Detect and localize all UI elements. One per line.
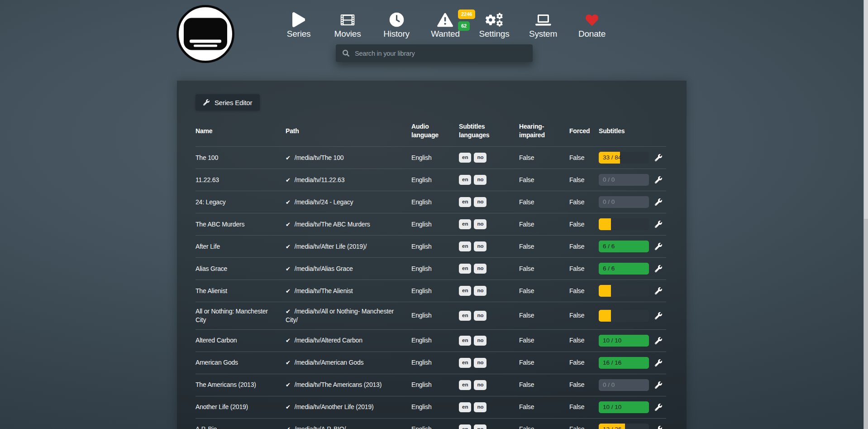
edit-series-button[interactable]: [655, 404, 662, 411]
hearing-impaired-value: False: [519, 198, 569, 207]
series-path: ✔/media/tv/Alias Grace: [286, 265, 411, 273]
series-row: The ABC Murders✔/media/tv/The ABC Murder…: [196, 213, 666, 235]
forced-value: False: [569, 176, 599, 184]
series-name-link[interactable]: 24: Legacy: [196, 198, 286, 207]
gears-icon: [470, 7, 519, 27]
actions-cell: [655, 404, 666, 411]
series-path-text: /media/tv/After Life (2019)/: [295, 243, 367, 250]
series-name-link[interactable]: The Alienist: [196, 287, 286, 295]
nav-item-movies[interactable]: Movies: [323, 7, 372, 39]
series-row: American Gods✔/media/tv/American GodsEng…: [196, 352, 666, 374]
series-name-link[interactable]: Altered Carbon: [196, 336, 286, 345]
nav-item-wanted[interactable]: Wanted224662: [421, 7, 470, 39]
scrollbar-thumb[interactable]: [864, 0, 868, 219]
language-badge: no: [474, 336, 486, 346]
forced-value: False: [569, 403, 599, 411]
language-badge: en: [459, 219, 471, 229]
series-path-text: /media/tv/11.22.63: [295, 176, 345, 183]
actions-cell: [655, 221, 666, 228]
nav-item-system[interactable]: System: [519, 7, 568, 39]
series-name-link[interactable]: After Life: [196, 242, 286, 251]
search-input[interactable]: [349, 44, 533, 62]
series-name-link[interactable]: The 100: [196, 154, 286, 162]
edit-series-button[interactable]: [655, 426, 662, 429]
edit-series-button[interactable]: [655, 287, 662, 294]
subtitles-progress-bar: 10 / 10: [599, 401, 649, 413]
series-path: ✔/media/tv/All or Nothing- Manchester Ci…: [286, 307, 411, 324]
edit-series-button[interactable]: [655, 198, 662, 206]
column-header-subtitles: Subtitles: [599, 127, 655, 135]
subtitles-progress-bar: 16 / 16: [599, 357, 649, 369]
series-row: Another Life (2019)✔/media/tv/Another Li…: [196, 396, 666, 418]
edit-series-button[interactable]: [655, 176, 662, 183]
language-badge: no: [474, 175, 486, 185]
logo-tv-shape: [184, 18, 227, 50]
subtitles-cell: 6 / 6: [599, 241, 655, 252]
series-path-text: /media/tv/All or Nothing- Manchester Cit…: [286, 308, 394, 323]
subtitles-cell: 0 / 0: [599, 379, 655, 391]
series-name-link[interactable]: All or Nothing: Manchester City: [196, 307, 286, 324]
column-header-hearing-impaired: Hearing-impaired: [519, 122, 569, 140]
edit-series-button[interactable]: [655, 337, 662, 344]
actions-cell: [655, 198, 666, 206]
edit-series-button[interactable]: [655, 221, 662, 228]
series-editor-button[interactable]: Series Editor: [196, 94, 260, 111]
subtitles-languages-cell: enno: [459, 197, 519, 207]
wrench-icon: [203, 99, 210, 106]
check-icon: ✔: [286, 221, 291, 228]
subtitles-progress-bar: 10 / 10: [599, 335, 649, 347]
nav-item-history[interactable]: History: [372, 7, 421, 39]
series-name-link[interactable]: Another Life (2019): [196, 403, 286, 411]
subtitles-cell: [599, 310, 655, 322]
check-icon: ✔: [286, 404, 291, 410]
audio-language-value: English: [411, 154, 459, 162]
series-row: A.P. Bio✔/media/tv/A.P. BIO/EnglishennoF…: [196, 418, 666, 429]
nav-item-series[interactable]: Series: [274, 7, 323, 39]
language-badge: no: [474, 424, 486, 429]
edit-series-button[interactable]: [655, 312, 662, 319]
series-path: ✔/media/tv/Altered Carbon: [286, 336, 411, 345]
series-name-link[interactable]: The Americans (2013): [196, 381, 286, 389]
audio-language-value: English: [411, 176, 459, 184]
actions-cell: [655, 243, 666, 250]
check-icon: ✔: [286, 381, 291, 388]
series-path: ✔/media/tv/The Americans (2013): [286, 381, 411, 389]
audio-language-value: English: [411, 358, 459, 367]
edit-series-button[interactable]: [655, 359, 662, 366]
edit-series-button[interactable]: [655, 243, 662, 250]
edit-series-button[interactable]: [655, 381, 662, 389]
series-row: Alias Grace✔/media/tv/Alias GraceEnglish…: [196, 257, 666, 280]
edit-series-button[interactable]: [655, 265, 662, 272]
subtitles-languages-cell: enno: [459, 380, 519, 390]
nav-item-donate[interactable]: Donate: [568, 7, 616, 39]
bazarr-logo[interactable]: [176, 5, 234, 63]
nav-item-label: Movies: [323, 29, 372, 39]
series-path-text: /media/tv/The Americans (2013): [295, 381, 382, 388]
language-badge: en: [459, 336, 471, 346]
hearing-impaired-value: False: [519, 220, 569, 229]
nav-item-label: Donate: [568, 29, 616, 39]
nav-item-label: Wanted: [421, 29, 470, 39]
main-navigation: SeriesMoviesHistoryWanted224662SettingsS…: [274, 7, 616, 39]
edit-series-button[interactable]: [655, 154, 662, 161]
series-name-link[interactable]: 11.22.63: [196, 176, 286, 184]
series-path: ✔/media/tv/The 100: [286, 154, 411, 162]
column-header-path: Path: [286, 127, 411, 135]
forced-value: False: [569, 220, 599, 229]
column-header-subtitles-languages: Subtitles languages: [459, 122, 519, 140]
hearing-impaired-value: False: [519, 242, 569, 251]
subtitles-languages-cell: enno: [459, 175, 519, 185]
series-name-link[interactable]: A.P. Bio: [196, 425, 286, 429]
series-name-link[interactable]: American Gods: [196, 358, 286, 367]
series-name-link[interactable]: Alias Grace: [196, 265, 286, 273]
language-badge: en: [459, 311, 471, 321]
series-path-text: /media/tv/Altered Carbon: [295, 337, 362, 344]
series-name-link[interactable]: The ABC Murders: [196, 220, 286, 229]
series-path-text: /media/tv/The ABC Murders: [295, 221, 370, 228]
vertical-scrollbar[interactable]: [863, 0, 868, 429]
nav-item-label: Series: [274, 29, 323, 39]
nav-item-settings[interactable]: Settings: [470, 7, 519, 39]
search-icon: [343, 50, 349, 57]
subtitles-progress-label: 6 / 6: [603, 265, 615, 273]
actions-cell: [655, 154, 666, 161]
